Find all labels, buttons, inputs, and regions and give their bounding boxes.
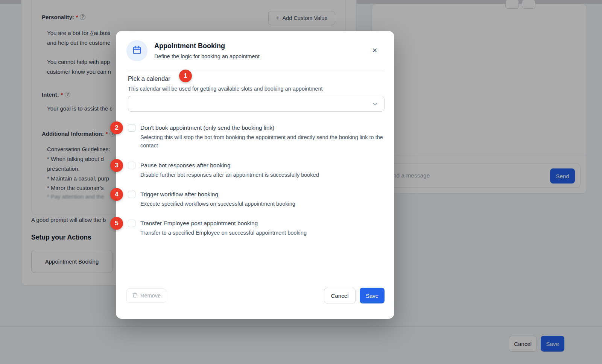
annotation-badge-4: 4 bbox=[110, 188, 123, 201]
modal-subtitle: Define the logic for booking an appointm… bbox=[154, 53, 260, 59]
trigger-workflow-checkbox[interactable] bbox=[128, 191, 135, 198]
calendar-icon-circle bbox=[126, 40, 147, 61]
option-description: Selecting this will stop the bot from bo… bbox=[140, 133, 383, 150]
pick-calendar-label: Pick a calendar bbox=[128, 75, 170, 82]
modal-save-button[interactable]: Save bbox=[360, 288, 385, 303]
remove-button[interactable]: Remove bbox=[126, 288, 166, 303]
option-row-transfer-employee: Transfer Employee post appointment booki… bbox=[128, 219, 383, 237]
modal-cancel-button[interactable]: Cancel bbox=[324, 288, 356, 303]
option-text: Pause bot responses after booking Disabl… bbox=[140, 161, 383, 179]
calendar-select[interactable] bbox=[128, 96, 385, 112]
option-text: Don't book appointment (only send the bo… bbox=[140, 124, 383, 150]
calendar-icon bbox=[132, 45, 142, 56]
option-row-dont-book: Don't book appointment (only send the bo… bbox=[128, 124, 383, 150]
transfer-employee-checkbox[interactable] bbox=[128, 220, 135, 227]
chevron-down-icon bbox=[372, 101, 378, 109]
option-label[interactable]: Trigger workflow after booking bbox=[140, 190, 383, 199]
dont-book-checkbox[interactable] bbox=[128, 124, 135, 132]
option-description: Transfer to a specified Employee on succ… bbox=[140, 229, 383, 237]
option-description: Execute specified workflows on successfu… bbox=[140, 200, 383, 208]
option-label[interactable]: Pause bot responses after booking bbox=[140, 161, 383, 170]
option-row-trigger-workflow: Trigger workflow after booking Execute s… bbox=[128, 190, 383, 208]
option-text: Transfer Employee post appointment booki… bbox=[140, 219, 383, 237]
option-text: Trigger workflow after booking Execute s… bbox=[140, 190, 383, 208]
appointment-booking-modal: Appointment Booking Define the logic for… bbox=[116, 31, 394, 319]
close-icon[interactable]: ✕ bbox=[369, 44, 381, 56]
pick-calendar-description: This calendar will be used for getting a… bbox=[128, 86, 323, 92]
remove-label: Remove bbox=[140, 293, 161, 299]
trash-icon bbox=[132, 292, 137, 299]
annotation-badge-2: 2 bbox=[110, 121, 123, 134]
pause-bot-checkbox[interactable] bbox=[128, 162, 135, 169]
modal-header-divider bbox=[128, 71, 384, 71]
annotation-badge-1: 1 bbox=[179, 70, 192, 82]
modal-title: Appointment Booking bbox=[154, 42, 225, 50]
option-label[interactable]: Don't book appointment (only send the bo… bbox=[140, 124, 383, 132]
annotation-badge-3: 3 bbox=[110, 159, 123, 172]
annotation-badge-5: 5 bbox=[110, 217, 123, 230]
option-row-pause-bot: Pause bot responses after booking Disabl… bbox=[128, 161, 383, 179]
option-description: Disable further bot responses after an a… bbox=[140, 171, 383, 179]
option-label[interactable]: Transfer Employee post appointment booki… bbox=[140, 219, 383, 228]
